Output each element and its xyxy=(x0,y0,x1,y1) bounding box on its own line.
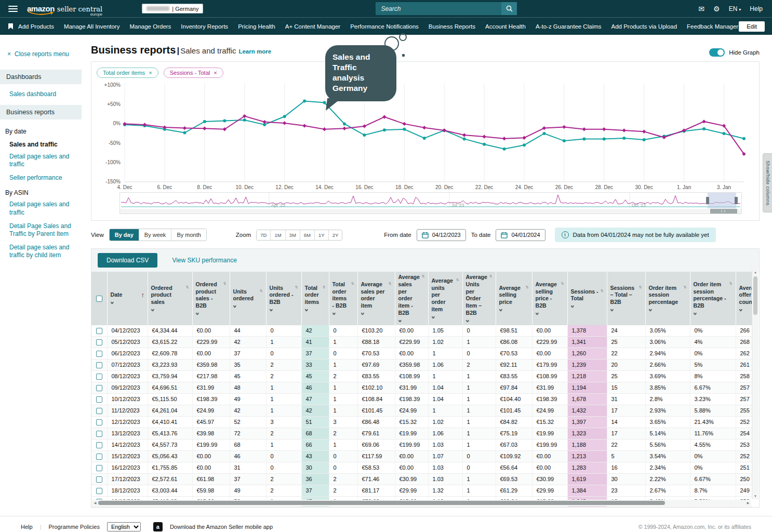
nav-item-business-reports[interactable]: Business Reports xyxy=(429,23,475,30)
amazon-seller-central-logo[interactable]: amazon seller central europe xyxy=(27,4,102,13)
filter-chevron-icon[interactable]: ∨ xyxy=(692,312,697,316)
filter-chevron-icon[interactable]: ∨ xyxy=(569,304,575,309)
row-checkbox[interactable] xyxy=(96,339,102,345)
nav-item-feedback-manager[interactable]: Feedback Manager xyxy=(687,23,738,30)
row-checkbox[interactable] xyxy=(96,408,102,414)
column-header-units-ordered[interactable]: Units ordered↑↓∨ xyxy=(230,272,266,325)
column-header-average-offer-count[interactable]: Average offer count↑↓∨ xyxy=(736,272,752,325)
vertical-scrollbar[interactable]: ▲ ▼ xyxy=(752,270,758,499)
row-checkbox[interactable] xyxy=(96,419,102,425)
search-input[interactable] xyxy=(376,2,501,15)
hamburger-menu-icon[interactable] xyxy=(8,6,18,12)
sort-icon[interactable]: ↑↓ xyxy=(295,285,298,289)
column-header-order-item-session-percentage[interactable]: Order item session percentage↑↓∨ xyxy=(645,272,690,325)
sidebar-item-detail-page-sales-and-traffic-by-parent-item[interactable]: Detail Page Sales and Traffic by Parent … xyxy=(0,220,82,241)
sidebar-item-sales-and-traffic[interactable]: Sales and traffic xyxy=(0,137,82,150)
nav-item-a-to-z-guarantee-claims[interactable]: A-to-z Guarantee Claims xyxy=(536,23,602,30)
vertical-scroll-thumb[interactable] xyxy=(753,276,757,315)
select-all-checkbox[interactable] xyxy=(91,272,107,325)
sort-ascending-icon[interactable]: ↑ xyxy=(141,291,144,299)
horizontal-scroll-thumb[interactable] xyxy=(98,501,665,505)
filter-chevron-icon[interactable]: ∨ xyxy=(464,319,470,323)
column-header-ordered-product-sales[interactable]: Ordered product sales↑↓∨ xyxy=(148,272,192,325)
nav-item-add-products[interactable]: Add Products xyxy=(18,23,54,30)
nav-item-add-products-via-upload[interactable]: Add Products via Upload xyxy=(611,23,677,30)
nav-item-manage-all-inventory[interactable]: Manage All Inventory xyxy=(64,23,119,30)
learn-more-link[interactable]: Learn more xyxy=(238,48,271,55)
show-hide-columns-tab[interactable]: Show/hide columns xyxy=(763,153,772,212)
sidebar-item-detail-page-sales-and-traffic[interactable]: Detail page sales and traffic xyxy=(0,198,82,219)
zoom-option-6m[interactable]: 6M xyxy=(300,230,314,240)
zoom-option-1m[interactable]: 1M xyxy=(270,230,285,240)
sidebar-item-business-reports[interactable]: Business reports xyxy=(0,105,82,119)
zoom-option-1y[interactable]: 1Y xyxy=(314,230,328,240)
scroll-right-icon[interactable]: ▶ xyxy=(745,501,751,504)
sidebar-item-dashboards[interactable]: Dashboards xyxy=(0,70,82,84)
messages-envelope-icon[interactable]: ✉ xyxy=(698,5,704,12)
zoom-option-3m[interactable]: 3M xyxy=(285,230,300,240)
chart-navigator[interactable]: Apr '23Jul '23Oct '23 xyxy=(119,192,742,214)
filter-chevron-icon[interactable]: ∨ xyxy=(150,308,155,312)
view-option-by-day[interactable]: By day xyxy=(110,229,139,241)
metric-tag-sessions-total[interactable]: Sessions - Total× xyxy=(164,68,223,78)
column-header-total-order-items[interactable]: Total order items↑↓∨ xyxy=(301,272,329,325)
filter-chevron-icon[interactable]: ∨ xyxy=(647,308,653,312)
filter-chevron-icon[interactable]: ∨ xyxy=(738,308,743,312)
from-date-input[interactable]: 04/12/2023 xyxy=(417,229,466,241)
row-checkbox[interactable] xyxy=(96,328,102,334)
filter-chevron-icon[interactable]: ∨ xyxy=(331,312,336,316)
column-header-units-ordered-b2b[interactable]: Units ordered - B2B↑↓∨ xyxy=(266,272,301,325)
nav-item-pricing-health[interactable]: Pricing Health xyxy=(238,23,275,30)
sort-icon[interactable]: ↑↓ xyxy=(223,281,227,286)
language-selector[interactable]: EN▾ xyxy=(729,5,741,12)
column-header-total-order-items-b2b[interactable]: Total order items - B2B↑↓∨ xyxy=(329,272,357,325)
zoom-option-7d[interactable]: 7D xyxy=(257,230,270,240)
row-checkbox[interactable] xyxy=(96,351,102,357)
hide-graph-toggle[interactable] xyxy=(709,48,725,57)
footer-policies-link[interactable]: Programme Policies xyxy=(48,524,99,530)
column-header-average-sales-per-order-item-b2b[interactable]: Average sales per order item - B2B↑↓∨ xyxy=(395,272,428,325)
sort-icon[interactable]: ↑↓ xyxy=(489,274,493,278)
sort-icon[interactable]: ↑↓ xyxy=(456,277,459,282)
filter-chevron-icon[interactable]: ∨ xyxy=(609,308,614,312)
scroll-up-icon[interactable]: ▲ xyxy=(754,270,757,275)
download-csv-button[interactable]: Download CSV xyxy=(98,253,157,268)
sort-icon[interactable]: ↑↓ xyxy=(323,285,326,289)
scroll-down-icon[interactable]: ▼ xyxy=(754,494,757,499)
column-header-order-item-session-percentage-b2b[interactable]: Order item session percentage - B2B↑↓∨ xyxy=(690,272,736,325)
filter-chevron-icon[interactable]: ∨ xyxy=(397,319,402,323)
sidebar-item-close-reports-menu[interactable]: ×Close reports menu xyxy=(0,47,82,66)
column-header-ordered-product-sales-b2b[interactable]: Ordered product sales - B2B↑↓∨ xyxy=(192,272,230,325)
sort-icon[interactable]: ↑↓ xyxy=(260,288,263,293)
row-checkbox[interactable] xyxy=(96,385,102,391)
sort-icon[interactable]: ↑↓ xyxy=(351,281,354,286)
filter-chevron-icon[interactable]: ∨ xyxy=(498,308,503,312)
view-option-by-month[interactable]: By month xyxy=(171,229,206,241)
bookmark-icon[interactable] xyxy=(8,23,13,30)
column-header-average-sales-per-order-item[interactable]: Average sales per order item↑↓∨ xyxy=(357,272,395,325)
settings-gear-icon[interactable]: ⚙ xyxy=(713,5,720,12)
sort-icon[interactable]: ↑↓ xyxy=(389,281,392,286)
nav-item-a-content-manager[interactable]: A+ Content Manager xyxy=(285,23,340,30)
sort-icon[interactable]: ↑↓ xyxy=(422,274,425,278)
sidebar-item-detail-page-sales-and-traffic[interactable]: Detail page sales and traffic xyxy=(0,150,82,171)
filter-chevron-icon[interactable]: ∨ xyxy=(430,315,435,320)
sort-icon[interactable]: ↑↓ xyxy=(561,281,564,286)
column-header-average-selling-price-b2b[interactable]: Average selling price - B2B↑↓∨ xyxy=(532,272,567,325)
filter-chevron-icon[interactable]: ∨ xyxy=(232,304,237,309)
filter-chevron-icon[interactable]: ∨ xyxy=(303,308,309,312)
sidebar-item-detail-page-sales-and-traffic-by-child-item[interactable]: Detail page sales and traffic by child i… xyxy=(0,241,82,262)
metric-tag-total-order-items[interactable]: Total order items× xyxy=(97,68,158,78)
filter-chevron-icon[interactable]: ∨ xyxy=(360,312,365,316)
view-sku-performance-link[interactable]: View SKU performance xyxy=(172,257,237,264)
sort-icon[interactable]: ↑↓ xyxy=(526,285,529,289)
row-checkbox[interactable] xyxy=(96,374,102,380)
row-checkbox[interactable] xyxy=(96,454,102,460)
edit-button[interactable]: Edit xyxy=(739,21,765,32)
sort-icon[interactable]: ↑↓ xyxy=(186,285,189,289)
sort-icon[interactable]: ↑↓ xyxy=(601,288,604,293)
scroll-left-icon[interactable]: ◀ xyxy=(92,501,98,504)
filter-chevron-icon[interactable]: ∨ xyxy=(109,301,114,305)
row-checkbox[interactable] xyxy=(96,465,102,471)
zoom-option-2y[interactable]: 2Y xyxy=(328,230,342,240)
